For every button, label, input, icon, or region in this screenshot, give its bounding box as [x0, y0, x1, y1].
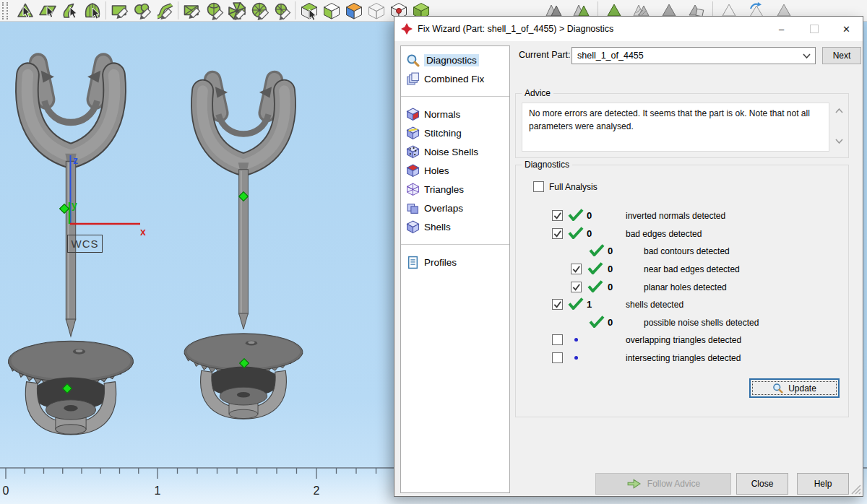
diagnostic-row: 0 near bad edges detected — [516, 261, 848, 279]
row-count: 0 — [608, 264, 613, 274]
mark-sphere-icon[interactable] — [203, 1, 225, 21]
row-label: bad edges detected — [626, 229, 702, 239]
minimize-button[interactable]: – — [765, 17, 798, 41]
sidebar-item-combined-fix[interactable]: Combined Fix — [401, 69, 509, 88]
wizard-sidebar: Diagnostics Combined Fix Normals Stitchi… — [400, 45, 510, 493]
x-axis-label: x — [140, 226, 146, 238]
next-button[interactable]: Next — [822, 47, 861, 64]
layers-icon — [406, 72, 420, 86]
row-label: planar holes detected — [644, 282, 727, 292]
row-label: shells detected — [626, 300, 683, 310]
document-icon — [406, 256, 420, 269]
blue-dot-icon — [574, 356, 578, 360]
z-axis-label: z — [73, 155, 78, 166]
full-analysis-checkbox[interactable] — [533, 181, 544, 192]
row-label: near bad edges detected — [644, 264, 740, 274]
diagnostics-groupbox: Diagnostics Full Analysis 0 inverted nor… — [515, 165, 849, 417]
cube-wireframe-icon[interactable] — [365, 1, 387, 21]
row-checkbox[interactable] — [571, 282, 582, 292]
mark-pinwheel-icon[interactable] — [225, 1, 248, 21]
diagnostic-row: 0 bad contours detected — [516, 243, 848, 261]
diagnostic-row: 0 bad edges detected — [516, 225, 848, 243]
sidebar-item-holes[interactable]: Holes — [401, 161, 509, 180]
maximize-icon — [810, 25, 819, 33]
toolbar-separator — [178, 1, 178, 19]
advice-groupbox: Advice No more errors are detected. It s… — [515, 93, 849, 158]
row-count: 0 — [587, 210, 592, 221]
shell-cube-icon[interactable] — [320, 1, 342, 21]
row-count: 0 — [587, 228, 592, 239]
current-part-value: shell_1_of_4455 — [577, 51, 644, 61]
mark-window-icon[interactable] — [181, 1, 203, 21]
normals-cube-icon — [406, 108, 420, 121]
chevron-down-icon — [798, 53, 815, 58]
sidebar-separator — [401, 96, 509, 97]
scroll-down-icon[interactable] — [832, 139, 845, 144]
row-count: 0 — [608, 246, 613, 256]
sidebar-item-stitching[interactable]: Stitching — [401, 123, 509, 142]
dialog-titlebar[interactable]: Fix Wizard (Part: shell_1_of_4455) > Dia… — [394, 17, 863, 41]
sidebar-item-shells[interactable]: Shells — [401, 217, 509, 236]
green-arrow-icon — [626, 478, 642, 490]
fix-wizard-dialog: Fix Wizard (Part: shell_1_of_4455) > Dia… — [394, 16, 863, 497]
triangles-cube-icon — [406, 183, 420, 196]
update-button[interactable]: Update — [749, 378, 840, 398]
overlaps-cubes-icon — [406, 201, 420, 215]
mark-shell-icon[interactable] — [131, 1, 153, 21]
current-part-label: Current Part: — [519, 50, 571, 60]
select-triangles-icon[interactable] — [14, 1, 36, 21]
diagnostic-row: intersecting triangles detected — [516, 349, 848, 368]
help-button[interactable]: Help — [797, 473, 849, 495]
green-check-icon — [589, 244, 605, 258]
advice-group-title: Advice — [522, 88, 553, 98]
maximize-button[interactable] — [798, 17, 830, 41]
resize-grip[interactable] — [851, 485, 861, 495]
sidebar-item-diagnostics[interactable]: Diagnostics — [401, 51, 509, 69]
row-count: 0 — [608, 282, 613, 292]
orient-wheel-icon[interactable] — [248, 1, 270, 21]
sidebar-item-overlaps[interactable]: Overlaps — [401, 199, 509, 217]
row-label: inverted normals detected — [626, 211, 725, 221]
row-checkbox[interactable] — [552, 352, 563, 363]
mark-curve-icon[interactable] — [153, 1, 176, 21]
ruler-number: 0 — [3, 485, 9, 498]
green-check-icon — [589, 316, 605, 330]
blue-dot-icon — [574, 338, 578, 342]
row-checkbox[interactable] — [552, 334, 563, 345]
current-part-combobox[interactable]: shell_1_of_4455 — [571, 47, 816, 64]
mark-rectangle-icon[interactable] — [108, 1, 131, 21]
diagnostic-row: 1 shells detected — [516, 296, 848, 314]
follow-advice-button[interactable]: Follow Advice — [595, 473, 731, 495]
sidebar-separator — [401, 244, 509, 245]
app-logo-icon — [401, 23, 413, 35]
full-analysis-label: Full Analysis — [549, 182, 598, 192]
close-dialog-button[interactable]: Close — [736, 473, 788, 495]
sidebar-item-profiles[interactable]: Profiles — [401, 253, 509, 271]
select-plane-icon[interactable] — [36, 1, 59, 21]
green-check-icon — [568, 227, 584, 241]
sidebar-item-triangles[interactable]: Triangles — [401, 180, 509, 199]
select-surface-icon[interactable] — [59, 1, 81, 21]
sidebar-item-normals[interactable]: Normals — [401, 105, 509, 123]
view-cube-icon[interactable] — [298, 1, 320, 21]
row-label: possible noise shells detected — [644, 318, 759, 328]
row-checkbox[interactable] — [571, 264, 582, 274]
row-checkbox[interactable] — [552, 210, 563, 221]
diagnostic-row: 0 possible noise shells detected — [516, 314, 848, 332]
row-checkbox[interactable] — [552, 228, 563, 239]
row-checkbox[interactable] — [552, 299, 563, 310]
diagnostic-row: 0 inverted normals detected — [516, 207, 848, 225]
orient-wheel-small-icon[interactable] — [270, 1, 293, 21]
diagnostics-group-title: Diagnostics — [522, 160, 572, 170]
ruler-number: 2 — [314, 485, 320, 498]
row-label: intersecting triangles detected — [626, 353, 741, 363]
cube-orientation-icon[interactable] — [342, 1, 365, 21]
green-check-icon — [568, 297, 584, 312]
scroll-up-icon[interactable] — [832, 108, 845, 113]
diagnostic-row: overlapping triangles detected — [516, 331, 848, 349]
sidebar-item-noise-shells[interactable]: Noise Shells — [401, 142, 509, 161]
close-button[interactable]: ✕ — [830, 17, 863, 41]
shells-cube-icon — [406, 220, 420, 234]
toolbar-drag-handle[interactable] — [2, 2, 8, 19]
select-shell-icon[interactable] — [81, 1, 103, 21]
